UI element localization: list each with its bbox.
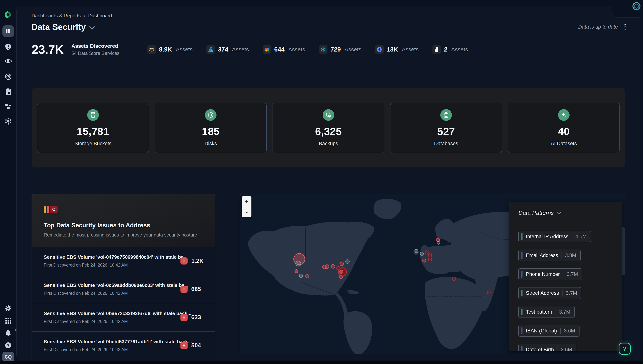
azure-icon: [206, 45, 215, 54]
data-pattern-pill[interactable]: Street Address 3.7M: [518, 287, 581, 299]
chevron-down-icon: [89, 24, 95, 30]
sidebar-item-integrations[interactable]: [5, 118, 12, 125]
map-data-point[interactable]: [339, 275, 343, 278]
top-issues-panel: C Top Data Security Issues to Address Re…: [32, 194, 215, 360]
ai-sparkle-icon: [558, 109, 570, 121]
map-data-point[interactable]: [295, 270, 298, 273]
map-data-point[interactable]: [331, 264, 335, 268]
page-title: Data Security: [32, 22, 86, 32]
disk-icon: [205, 109, 216, 121]
app-ring-logo: [632, 2, 641, 10]
snowflake-count: 729: [331, 46, 341, 53]
map-data-point[interactable]: [299, 274, 303, 278]
data-pattern-pill[interactable]: IBAN (Global) 3.6M: [518, 325, 579, 336]
database-icon: [440, 109, 452, 121]
data-patterns-title: Data Patterns: [518, 210, 554, 216]
svg-text:aws: aws: [149, 47, 154, 50]
map-data-point[interactable]: [340, 262, 344, 266]
map-data-point[interactable]: [296, 261, 301, 266]
issue-row[interactable]: Sensitive EBS Volume 'vol-0bebf5377761ad…: [32, 331, 215, 360]
severity-high-badge: H: [180, 342, 188, 349]
data-pattern-pill[interactable]: Date of Birth 3.6M: [518, 344, 576, 351]
help-button[interactable]: ?: [619, 343, 631, 355]
data-pattern-pill[interactable]: Email Address 3.8M: [518, 250, 581, 261]
dashboard-selector[interactable]: Data Security: [32, 22, 93, 32]
stat-card-backups[interactable]: 6,325 Backups: [272, 103, 384, 153]
total-assets-value: 23.7K: [32, 42, 64, 56]
data-pattern-pill[interactable]: Internal IP Address 4.5M: [518, 231, 591, 242]
storage-buckets-label: Storage Buckets: [75, 141, 112, 146]
map-data-point[interactable]: [306, 274, 309, 278]
provider-azure[interactable]: 374 Assets: [206, 45, 249, 54]
map-data-point[interactable]: [325, 265, 329, 268]
snowflake-icon: [319, 45, 328, 54]
settings-button[interactable]: [5, 305, 12, 312]
map-data-point[interactable]: [420, 252, 424, 255]
map-data-point[interactable]: [487, 291, 490, 294]
data-patterns-header[interactable]: Data Patterns: [509, 202, 622, 223]
provider-google-cloud[interactable]: 644 Assets: [263, 45, 305, 54]
provider-snowflake[interactable]: 729 Assets: [319, 45, 361, 54]
map-data-point[interactable]: [452, 277, 455, 280]
app-root: ? CQ Dashboards & Reports › Dashboard Da…: [0, 0, 643, 364]
map-data-point[interactable]: [437, 241, 440, 244]
map-data-point[interactable]: [415, 250, 418, 253]
pattern-label: Date of Birth: [526, 347, 554, 352]
apps-menu-button[interactable]: [5, 318, 12, 324]
issue-row[interactable]: Sensitive EBS Volume 'vol-0bae72c33f93f6…: [32, 303, 215, 331]
map-zoom-control: + -: [242, 196, 251, 217]
provider-microsoft-365[interactable]: 13K Assets: [375, 45, 419, 54]
map-data-point[interactable]: [340, 270, 343, 274]
map-data-point[interactable]: [423, 259, 426, 262]
pattern-accent-bar: [521, 271, 522, 278]
help-menu-button[interactable]: ?: [5, 342, 12, 349]
backups-label: Backups: [319, 141, 338, 146]
aws-count: 8.9K: [159, 46, 172, 53]
issue-title: Sensitive EBS Volume 'vol-0bebf5377761ad…: [44, 339, 180, 344]
issue-count: 504: [191, 342, 205, 349]
sidebar-item-visibility[interactable]: [5, 58, 12, 64]
stat-card-ai-datasets[interactable]: 40 AI Datasets: [508, 103, 620, 153]
sidebar-item-inventory[interactable]: [5, 103, 12, 110]
notifications-button[interactable]: [0, 330, 17, 336]
microsoft-365-count: 13K: [387, 46, 398, 53]
top-issues-title: Top Data Security Issues to Address: [44, 222, 203, 229]
map-zoom-out-button[interactable]: -: [242, 207, 251, 217]
aws-icon: aws: [147, 45, 156, 54]
data-pattern-pill[interactable]: Phone Number 3.7M: [518, 268, 582, 280]
breadcrumb-section[interactable]: Dashboards & Reports: [32, 13, 81, 19]
pattern-label: Test pattern: [526, 309, 552, 315]
issue-row[interactable]: Sensitive EBS Volume 'vol-0479e750699840…: [32, 247, 215, 275]
stat-card-storage-buckets[interactable]: 15,781 Storage Buckets: [37, 103, 149, 153]
provider-on-premises[interactable]: 2 Assets: [433, 45, 468, 54]
pattern-count: 3.8M: [565, 252, 576, 258]
stat-card-disks[interactable]: 185 Disks: [155, 103, 266, 153]
map-zoom-in-button[interactable]: +: [242, 196, 251, 207]
issues-list: Sensitive EBS Volume 'vol-0479e750699840…: [32, 247, 215, 360]
sidebar-item-detections[interactable]: [5, 73, 12, 80]
pattern-accent-bar: [521, 290, 522, 296]
map-data-point[interactable]: [425, 251, 428, 254]
map-data-point[interactable]: [428, 254, 432, 257]
bullseye-icon: [5, 73, 12, 80]
brand-logo-icon[interactable]: [4, 10, 13, 19]
issue-row[interactable]: Sensitive EBS Volume 'vol-0c59a8ddb090e6…: [32, 275, 215, 303]
stat-card-databases[interactable]: 527 Databases: [390, 103, 502, 153]
data-store-services-label: 54 Data Store Services: [71, 50, 119, 56]
sidebar-item-policies[interactable]: [5, 88, 11, 95]
sidebar-item-dashboards[interactable]: [3, 26, 14, 37]
map-data-point[interactable]: [346, 260, 349, 264]
total-assets-label: Assets Discovered: [71, 43, 119, 49]
map-data-point[interactable]: [428, 258, 432, 261]
sidebar-item-issues[interactable]: [5, 43, 12, 50]
pattern-divider: [560, 328, 561, 334]
help-question-glyph: ?: [623, 345, 627, 352]
pattern-count: 3.6M: [561, 347, 572, 352]
provider-aws[interactable]: aws 8.9K Assets: [147, 45, 193, 54]
more-options-button[interactable]: [623, 23, 627, 31]
data-pattern-pill[interactable]: Test pattern 3.7M: [518, 306, 575, 318]
map-data-point[interactable]: [436, 238, 440, 242]
map-data-point[interactable]: [337, 266, 340, 270]
pattern-divider: [562, 290, 562, 296]
breadcrumb-current: Dashboard: [88, 13, 112, 19]
